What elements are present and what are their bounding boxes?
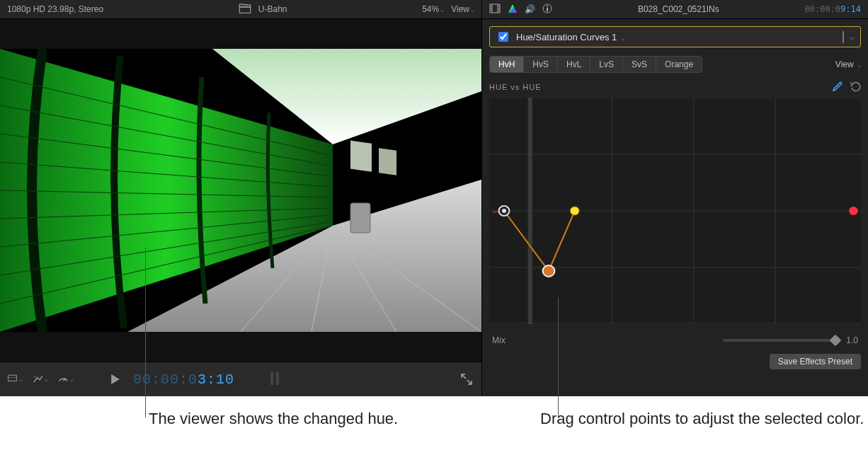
crop-tool-dropdown[interactable]: ⌵	[7, 371, 23, 387]
view-dropdown[interactable]: View⌵	[451, 4, 474, 14]
svg-rect-47	[547, 8, 548, 11]
svg-rect-32	[276, 372, 279, 385]
svg-marker-30	[111, 374, 120, 384]
captions: The viewer shows the changed hue. Drag c…	[0, 396, 868, 429]
svg-rect-0	[239, 6, 250, 12]
svg-rect-31	[270, 372, 273, 385]
effect-header[interactable]: Hue/Saturation Curves 1 ⌵ ⌵	[489, 26, 861, 47]
curve-tabs: HvHHvSHvLLvSSvSOrange View ⌵	[482, 54, 868, 74]
mix-row: Mix 1.0	[482, 331, 868, 350]
zoom-dropdown[interactable]: 54%⌵	[422, 4, 444, 14]
svg-rect-20	[350, 141, 372, 172]
curve-title: HUE vs HUE	[489, 83, 542, 91]
mix-slider[interactable]	[723, 339, 836, 342]
viewer-topbar: 1080p HD 23.98p, Stereo U-Bahn 54%⌵ View…	[0, 0, 481, 19]
transport-bar: ⌵ ⌵ ⌵ 00:00:03:10	[0, 362, 481, 396]
svg-rect-19	[350, 203, 370, 233]
svg-line-34	[467, 380, 472, 384]
info-inspector-icon[interactable]	[542, 4, 552, 16]
audio-inspector-icon[interactable]: 🔊	[525, 4, 535, 14]
svg-line-33	[462, 374, 466, 379]
timecode-display[interactable]: 00:00:03:10	[133, 371, 234, 388]
inspector-panel: 🔊 B028_C002_0521INs 00:00:09:14 Hue/Satu…	[481, 0, 868, 396]
inspector-clip-name: B028_C002_0521INs	[559, 4, 798, 14]
mix-value[interactable]: 1.0	[846, 335, 858, 345]
format-label: 1080p HD 23.98p, Stereo	[7, 4, 103, 14]
svg-point-28	[35, 376, 36, 377]
svg-point-46	[547, 6, 548, 7]
effect-menu-chevron[interactable]: ⌵	[850, 32, 855, 42]
curve-view-dropdown[interactable]: View ⌵	[835, 59, 861, 69]
retime-tool-dropdown[interactable]: ⌵	[33, 371, 48, 387]
fullscreen-button[interactable]	[459, 371, 474, 387]
tab-svs[interactable]: SvS	[623, 57, 656, 72]
control-point-selected[interactable]	[543, 265, 555, 277]
reset-button[interactable]	[850, 81, 861, 95]
tab-lvs[interactable]: LvS	[590, 57, 623, 72]
video-inspector-icon[interactable]	[489, 4, 501, 16]
svg-rect-21	[379, 148, 396, 175]
tab-orange[interactable]: Orange	[656, 57, 702, 72]
eyedropper-button[interactable]	[831, 81, 843, 95]
effect-enable-checkbox[interactable]	[498, 32, 508, 42]
callout-line-left	[145, 248, 146, 417]
caption-left: The viewer shows the changed hue.	[0, 409, 476, 429]
caption-right: Drag control points to adjust the select…	[476, 409, 868, 429]
color-inspector-icon[interactable]	[508, 4, 518, 16]
clip-name: U-Bahn	[258, 4, 287, 14]
curve-graph[interactable]	[489, 98, 861, 324]
tab-hvh[interactable]: HvH	[490, 57, 524, 72]
svg-point-59	[502, 209, 506, 213]
viewer-canvas[interactable]	[0, 19, 481, 362]
control-point-end[interactable]	[849, 207, 858, 215]
audio-meters	[268, 369, 282, 390]
svg-rect-26	[8, 375, 17, 381]
save-effects-preset-button[interactable]: Save Effects Preset	[770, 354, 861, 369]
mix-label: Mix	[492, 335, 506, 345]
effect-name-dropdown[interactable]: Hue/Saturation Curves 1 ⌵	[516, 32, 624, 42]
control-point-yellow[interactable]	[570, 207, 579, 215]
keyframe-button[interactable]	[843, 32, 844, 42]
inspector-topbar: 🔊 B028_C002_0521INs 00:00:09:14	[482, 0, 868, 19]
inspector-timecode: 00:00:09:14	[805, 4, 861, 14]
tab-hvl[interactable]: HvL	[558, 57, 590, 72]
clapper-icon	[239, 4, 251, 16]
svg-marker-44	[508, 4, 517, 13]
viewer-panel: 1080p HD 23.98p, Stereo U-Bahn 54%⌵ View…	[0, 0, 481, 396]
tab-hvs[interactable]: HvS	[524, 57, 558, 72]
speed-tool-dropdown[interactable]: ⌵	[58, 371, 74, 387]
play-button[interactable]	[108, 371, 123, 387]
